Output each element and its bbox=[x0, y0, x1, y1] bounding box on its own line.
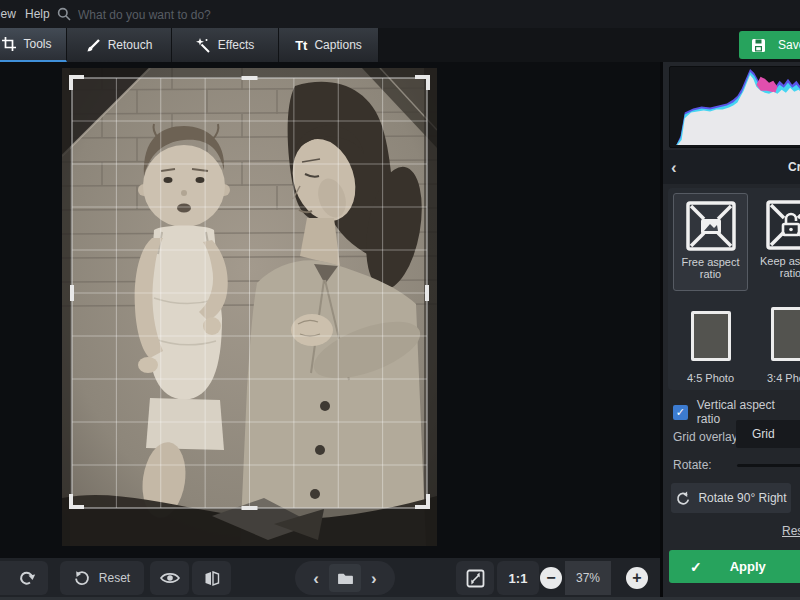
rotate-icon bbox=[675, 491, 690, 506]
fit-to-screen-icon bbox=[466, 569, 485, 588]
rotate-90-label: Rotate 90° Right bbox=[698, 491, 786, 505]
check-icon: ✓ bbox=[690, 559, 702, 575]
before-after-compare-button[interactable] bbox=[192, 561, 231, 595]
brush-icon bbox=[86, 38, 101, 53]
search-input[interactable] bbox=[76, 4, 380, 26]
show-original-button[interactable] bbox=[150, 561, 189, 595]
undo-redo-group bbox=[0, 561, 48, 595]
tab-tools[interactable]: Tools bbox=[0, 28, 67, 62]
compare-icon bbox=[204, 571, 220, 586]
back-chevron-icon[interactable]: ‹ bbox=[671, 159, 677, 176]
reset-icon bbox=[74, 570, 90, 586]
tab-label: Captions bbox=[314, 38, 361, 52]
zoom-out-button[interactable]: − bbox=[540, 567, 562, 589]
file-navigation-group: ‹ › bbox=[295, 561, 395, 595]
zoom-in-button[interactable]: + bbox=[626, 567, 648, 589]
preset-4-5-label: 4:5 Photo bbox=[675, 372, 747, 384]
crop-panel: ‹ Crop Free aspect ratio bbox=[663, 62, 800, 600]
text-icon: Tt bbox=[295, 38, 307, 53]
rotate-label: Rotate: bbox=[673, 458, 712, 472]
grid-overlay-row: Grid overlay: Grid bbox=[663, 422, 800, 452]
histogram bbox=[669, 66, 800, 148]
tab-label: Retouch bbox=[108, 38, 153, 52]
photo-with-crop-overlay[interactable] bbox=[62, 68, 437, 546]
save-button[interactable]: Save bbox=[739, 31, 800, 59]
old-photo-woman-holding-baby bbox=[62, 68, 437, 546]
magic-wand-icon bbox=[196, 38, 211, 53]
keep-aspect-ratio-option[interactable]: Keep aspect ratio bbox=[753, 193, 800, 291]
zoom-level-indicator[interactable]: 37% bbox=[565, 561, 611, 595]
panel-title: Crop bbox=[788, 160, 800, 174]
menu-item-help[interactable]: Help bbox=[25, 7, 50, 21]
free-aspect-ratio-option[interactable]: Free aspect ratio bbox=[673, 193, 748, 291]
minus-icon: − bbox=[546, 570, 555, 586]
redo-icon[interactable] bbox=[18, 570, 36, 586]
aspect-ratio-section: Free aspect ratio Keep aspect rati bbox=[668, 188, 800, 390]
fit-to-screen-button[interactable] bbox=[456, 561, 494, 595]
tab-bar: Tools Retouch Effects Tt Captions bbox=[0, 28, 800, 62]
preset-4-5-photo[interactable]: 4:5 Photo bbox=[673, 296, 748, 388]
eye-icon bbox=[160, 571, 180, 585]
open-folder-button[interactable] bbox=[329, 564, 361, 592]
menu-bar: View Help bbox=[0, 0, 800, 28]
grid-overlay-value: Grid bbox=[752, 427, 775, 441]
free-aspect-icon bbox=[684, 199, 738, 253]
tab-captions[interactable]: Tt Captions bbox=[279, 28, 379, 62]
panel-header: ‹ Crop bbox=[663, 150, 800, 184]
photo-editor-window: { "menubar": { "items": [ {"label": "Vie… bbox=[0, 0, 800, 600]
history-reset-button[interactable]: Reset bbox=[60, 561, 144, 595]
keep-aspect-label: Keep aspect ratio bbox=[755, 255, 800, 279]
3-4-ratio-icon bbox=[771, 307, 800, 361]
reset-label: Reset bbox=[99, 571, 130, 585]
free-aspect-label: Free aspect ratio bbox=[675, 256, 747, 280]
apply-label: Apply bbox=[730, 559, 766, 574]
keep-aspect-icon bbox=[764, 198, 800, 252]
grid-overlay-dropdown[interactable]: Grid bbox=[736, 420, 800, 448]
tab-label: Effects bbox=[218, 38, 254, 52]
histogram-plot bbox=[670, 67, 800, 145]
rotate-row: Rotate: bbox=[663, 454, 800, 480]
next-photo-chevron[interactable]: › bbox=[369, 570, 379, 587]
tab-label: Tools bbox=[23, 37, 51, 51]
save-icon bbox=[751, 38, 766, 53]
rotate-90-right-button[interactable]: Rotate 90° Right bbox=[671, 483, 791, 513]
zoom-level-value: 37% bbox=[576, 571, 600, 585]
tab-effects[interactable]: Effects bbox=[172, 28, 279, 62]
grid-overlay-label: Grid overlay: bbox=[673, 430, 741, 444]
crop-tool-icon bbox=[2, 37, 16, 51]
previous-photo-chevron[interactable]: ‹ bbox=[311, 570, 321, 587]
actual-size-button[interactable]: 1:1 bbox=[497, 561, 539, 595]
preset-3-4-photo[interactable]: 3:4 Photo bbox=[753, 296, 800, 388]
menu-item-view[interactable]: View bbox=[0, 7, 16, 21]
folder-icon bbox=[337, 572, 354, 585]
save-label: Save bbox=[778, 38, 800, 52]
one-to-one-label: 1:1 bbox=[509, 571, 528, 586]
editing-canvas bbox=[0, 62, 660, 597]
search-icon bbox=[57, 7, 71, 21]
rotate-slider-track[interactable] bbox=[737, 464, 800, 467]
checkbox-checked-icon[interactable]: ✓ bbox=[673, 405, 688, 420]
bottom-toolbar: Reset ‹ › 1:1 bbox=[0, 558, 660, 597]
tab-retouch[interactable]: Retouch bbox=[67, 28, 172, 62]
crop-reset-link[interactable]: Reset bbox=[782, 524, 800, 538]
apply-button[interactable]: ✓ Apply bbox=[669, 550, 800, 583]
plus-icon: + bbox=[632, 570, 641, 586]
4-5-ratio-icon bbox=[691, 311, 731, 361]
preset-3-4-label: 3:4 Photo bbox=[755, 372, 800, 384]
